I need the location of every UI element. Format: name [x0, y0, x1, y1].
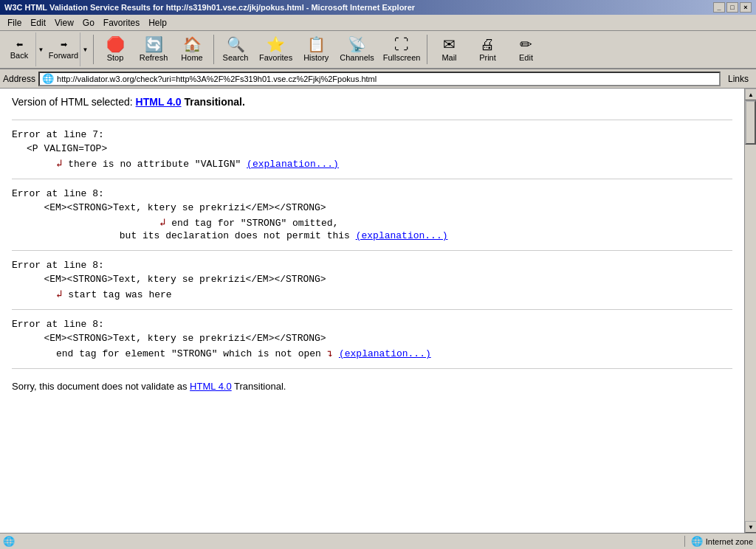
mail-label: Mail [441, 53, 456, 62]
print-label: Print [479, 53, 496, 62]
error-4-title: Error at line 8: [12, 319, 732, 330]
sorry-suffix: Transitional. [232, 381, 286, 392]
menu-go[interactable]: Go [78, 16, 99, 30]
forward-label: Forward [49, 51, 78, 60]
fullscreen-label: Fullscreen [383, 53, 421, 62]
version-line: Version of HTML selected: HTML 4.0 Trans… [12, 96, 732, 108]
divider-3 [12, 250, 732, 251]
fullscreen-icon: ⛶ [394, 37, 409, 52]
version-suffix: Transitional. [182, 96, 245, 108]
error-2-code: <EM><STRONG>Text, ktery se prekrizi</EM>… [27, 202, 732, 213]
content-area: Version of HTML selected: HTML 4.0 Trans… [0, 89, 744, 533]
stop-button[interactable]: 🛑 Stop [97, 32, 134, 66]
fullscreen-button[interactable]: ⛶ Fullscreen [379, 32, 425, 66]
search-button[interactable]: 🔍 Search [217, 32, 254, 66]
edit-label: Edit [519, 53, 533, 62]
error-3-msg: ↲ start tag was here [56, 288, 732, 300]
close-button[interactable]: × [740, 2, 752, 13]
stop-icon: 🛑 [106, 37, 125, 52]
scroll-down-button[interactable]: ▼ [745, 521, 756, 533]
address-label: Address [3, 74, 35, 84]
error-block-3: Error at line 8: <EM><STRONG>Text, ktery… [12, 260, 732, 300]
refresh-label: Refresh [140, 53, 168, 62]
error-1-title: Error at line 7: [12, 129, 732, 140]
error-1-msg: ↲ there is no attribute "VALIGN" (explan… [56, 157, 732, 170]
menu-help[interactable]: Help [144, 16, 171, 30]
arrow-icon-4: ↴ [327, 348, 333, 359]
zone-icon: 🌐 [691, 536, 703, 547]
address-input-wrapper[interactable]: 🌐 http://validator.w3.org/check?uri=http… [38, 72, 721, 86]
favorites-icon: ⭐ [267, 37, 285, 52]
forward-icon: ➡ [61, 40, 67, 49]
search-icon: 🔍 [227, 37, 245, 52]
window-controls[interactable]: _ □ × [713, 2, 752, 13]
links-button[interactable]: Links [724, 72, 753, 86]
error-2-msg2: but its declaration does not permit this… [56, 230, 732, 241]
error-4-code: <EM><STRONG>Text, ktery se prekrizi</EM>… [27, 333, 732, 344]
stop-label: Stop [107, 53, 124, 62]
address-url: http://validator.w3.org/check?uri=http%3… [57, 75, 377, 83]
error-block-1: Error at line 7: <P VALIGN=TOP> ↲ there … [12, 129, 732, 170]
html-version-link[interactable]: HTML 4.0 [136, 96, 182, 108]
version-prefix: Version of HTML selected: [12, 96, 136, 108]
refresh-button[interactable]: 🔄 Refresh [135, 32, 172, 66]
home-button[interactable]: 🏠 Home [173, 32, 210, 66]
channels-label: Channels [340, 53, 374, 62]
error-block-2: Error at line 8: <EM><STRONG>Text, ktery… [12, 188, 732, 241]
menu-bar: File Edit View Go Favorites Help [0, 15, 756, 31]
channels-button[interactable]: 📡 Channels [336, 32, 377, 66]
divider-2 [12, 179, 732, 179]
history-button[interactable]: 📋 History [298, 32, 334, 66]
print-icon: 🖨 [480, 37, 495, 52]
address-globe-icon: 🌐 [42, 73, 54, 84]
scroll-thumb[interactable] [745, 100, 756, 145]
error-3-code: <EM><STRONG>Text, ktery se prekrizi</EM>… [27, 274, 732, 285]
forward-btn-group: ➡ Forward ▼ [47, 32, 90, 66]
print-button[interactable]: 🖨 Print [469, 32, 506, 66]
home-icon: 🏠 [183, 37, 202, 52]
toolbar-separator-3 [427, 35, 427, 64]
edit-icon: ✏ [520, 37, 532, 52]
history-label: History [303, 53, 329, 62]
zone-label: Internet zone [706, 537, 753, 546]
minimize-button[interactable]: _ [713, 2, 725, 13]
address-bar: Address 🌐 http://validator.w3.org/check?… [0, 69, 756, 89]
forward-dropdown[interactable]: ▼ [80, 32, 90, 66]
status-zone: 🌐 Internet zone [684, 536, 753, 547]
scroll-track[interactable] [745, 100, 756, 521]
history-icon: 📋 [307, 37, 326, 52]
sorry-line: Sorry, this document does not validate a… [12, 381, 732, 392]
title-bar: W3C HTML Validation Service Results for … [0, 0, 756, 15]
error-2-arrow-row: ↲ end tag for "STRONG" omitted, [159, 216, 732, 229]
sorry-html-link[interactable]: HTML 4.0 [190, 381, 232, 392]
toolbar: ⬅ Back ▼ ➡ Forward ▼ 🛑 Stop 🔄 Refresh 🏠 … [0, 31, 756, 69]
scrollbar[interactable]: ▲ ▼ [744, 89, 756, 533]
error-2-title: Error at line 8: [12, 188, 732, 199]
menu-favorites[interactable]: Favorites [99, 16, 144, 30]
maximize-button[interactable]: □ [726, 2, 738, 13]
explanation-link-1[interactable]: (explanation...) [247, 159, 339, 170]
search-label: Search [223, 53, 249, 62]
forward-button[interactable]: ➡ Forward [47, 32, 80, 66]
arrow-icon-1: ↲ [56, 158, 62, 170]
divider-1 [12, 120, 732, 120]
explanation-link-4[interactable]: (explanation...) [339, 348, 431, 359]
error-4-msg: end tag for element "STRONG" which is no… [56, 347, 732, 359]
menu-file[interactable]: File [3, 16, 26, 30]
error-1-code: <P VALIGN=TOP> [27, 143, 732, 154]
explanation-link-2[interactable]: (explanation...) [356, 230, 448, 241]
menu-view[interactable]: View [50, 16, 78, 30]
divider-5 [12, 368, 732, 369]
favorites-button[interactable]: ⭐ Favorites [255, 32, 296, 66]
home-label: Home [181, 53, 202, 62]
back-dropdown[interactable]: ▼ [35, 32, 46, 66]
content-wrapper: Version of HTML selected: HTML 4.0 Trans… [0, 89, 756, 533]
status-left-icon: 🌐 [3, 536, 15, 547]
window-title: W3C HTML Validation Service Results for … [4, 3, 415, 12]
scroll-up-button[interactable]: ▲ [745, 89, 756, 100]
edit-button[interactable]: ✏ Edit [507, 32, 544, 66]
mail-button[interactable]: ✉ Mail [430, 32, 467, 66]
channels-icon: 📡 [348, 37, 366, 52]
menu-edit[interactable]: Edit [26, 16, 50, 30]
back-button[interactable]: ⬅ Back [3, 32, 35, 66]
